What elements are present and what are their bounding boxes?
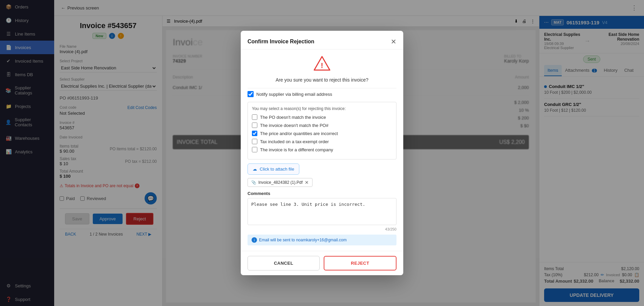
reason-checkbox-0[interactable] xyxy=(252,114,257,120)
reason-item-3: Tax included on a tax-exempt order xyxy=(252,139,392,144)
reasons-title: You may select a reason(s) for rejecting… xyxy=(252,106,392,111)
file-remove-button[interactable]: ✕ xyxy=(305,180,309,185)
reason-label-1: The invoice doesn't match the PO# xyxy=(260,123,328,128)
reason-checkbox-3[interactable] xyxy=(252,139,257,144)
reason-checkbox-1[interactable] xyxy=(252,123,257,128)
reason-item-0: The PO doesn't match the invoice xyxy=(252,114,392,120)
comments-label: Comments xyxy=(248,191,396,196)
attached-filename: Invoice_4824382 (1).Pdf xyxy=(258,180,303,185)
file-icon: 📎 xyxy=(251,180,256,185)
email-notice-text: Email will be sent to noamkaroly+16@gmai… xyxy=(259,238,347,242)
notify-checkbox[interactable] xyxy=(248,91,254,97)
comments-textarea[interactable]: Please see line 3. Unit price is incorre… xyxy=(248,198,396,225)
modal-body: ! Are you sure you want to reject this i… xyxy=(241,49,403,251)
info-circle-icon: i xyxy=(252,237,257,243)
char-count: 43/250 xyxy=(248,227,396,231)
modal-header: Confirm Invoice Rejection ✕ xyxy=(241,31,403,49)
notify-label: Notify supplier via billing email addres… xyxy=(256,92,332,97)
modal-question: Are you sure you want to reject this inv… xyxy=(248,77,396,83)
modal-footer: CANCEL REJECT xyxy=(241,251,403,275)
reason-checkbox-4[interactable] xyxy=(252,147,257,152)
reason-checkbox-2[interactable] xyxy=(252,131,257,136)
modal-overlay: Confirm Invoice Rejection ✕ ! Are you su… xyxy=(0,0,644,306)
warning-icon-container: ! xyxy=(248,55,396,73)
cancel-button[interactable]: CANCEL xyxy=(248,256,320,270)
attach-file-button[interactable]: ☁ Click to attach file xyxy=(248,163,299,175)
attach-icon: ☁ xyxy=(253,167,257,172)
reason-item-4: The invoice is for a different company xyxy=(252,147,392,152)
reject-confirm-button[interactable]: REJECT xyxy=(324,256,396,270)
notify-row: Notify supplier via billing email addres… xyxy=(248,91,396,97)
modal-close-button[interactable]: ✕ xyxy=(391,38,396,46)
reason-label-2: The price and/or quantities are incorrec… xyxy=(260,131,338,136)
warning-triangle-icon: ! xyxy=(314,55,330,72)
reason-label-0: The PO doesn't match the invoice xyxy=(260,115,326,120)
reason-item-2: The price and/or quantities are incorrec… xyxy=(252,131,392,136)
modal-title: Confirm Invoice Rejection xyxy=(248,39,314,45)
modal-divider xyxy=(248,88,396,88)
reason-item-1: The invoice doesn't match the PO# xyxy=(252,123,392,128)
svg-text:!: ! xyxy=(321,61,323,70)
reason-label-4: The invoice is for a different company xyxy=(260,147,333,152)
attached-file: 📎 Invoice_4824382 (1).Pdf ✕ xyxy=(248,178,313,187)
reasons-box: You may select a reason(s) for rejecting… xyxy=(248,102,396,159)
attach-label: Click to attach file xyxy=(260,167,294,172)
rejection-modal: Confirm Invoice Rejection ✕ ! Are you su… xyxy=(241,31,403,275)
reason-label-3: Tax included on a tax-exempt order xyxy=(260,139,329,144)
email-notice: i Email will be sent to noamkaroly+16@gm… xyxy=(248,235,396,245)
